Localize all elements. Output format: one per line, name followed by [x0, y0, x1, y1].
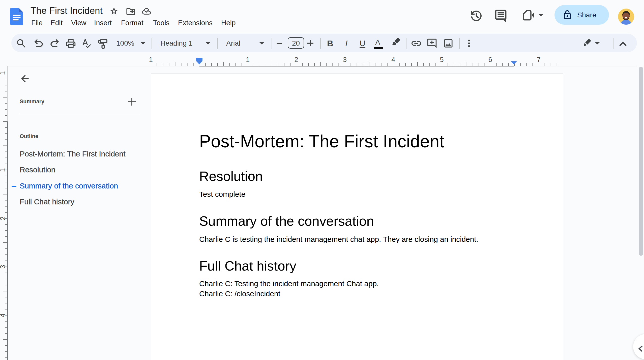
svg-text:2: 2: [295, 56, 298, 63]
svg-text:5: 5: [440, 56, 444, 63]
svg-text:6: 6: [488, 56, 492, 63]
svg-text:3: 3: [343, 56, 347, 63]
svg-text:1: 1: [246, 56, 250, 63]
svg-text:4: 4: [391, 56, 395, 63]
svg-text:1: 1: [149, 56, 153, 63]
svg-text:7: 7: [537, 56, 541, 63]
